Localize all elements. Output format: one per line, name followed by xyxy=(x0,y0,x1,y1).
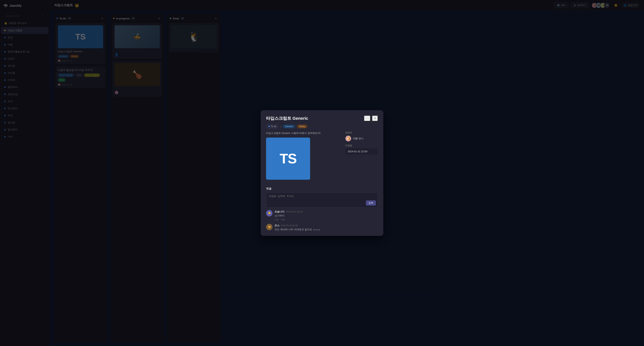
comment-input-wrap: 입력 xyxy=(266,192,378,208)
modal-description: 타입스크립트 Generic 사용에 대해서 공부해보자! xyxy=(266,131,342,135)
comment-input[interactable] xyxy=(268,194,376,204)
comment-time-2: 2024-01-05 04:49 xyxy=(281,224,298,227)
assignee-section: 담당자 🍞 식빵 언니 xyxy=(346,131,378,141)
comment-meta-2: 조스 2024-01-05 04:49 xyxy=(274,224,320,227)
modal-close-button[interactable]: ✕ xyxy=(372,115,378,121)
modal-more-options-button[interactable]: ⋯ xyxy=(364,115,370,121)
comment-label: 댓글 xyxy=(266,187,378,190)
assignee-avatar: 🍞 xyxy=(346,136,351,141)
comment-text-2: 저도 제네릭 너무 어려운것 같아요 ㅠㅠㅠ xyxy=(274,228,320,231)
todo-tag-dot xyxy=(268,126,270,127)
deadline-section: 마감일 2024-01-31 22:00 xyxy=(346,144,378,154)
modal-tag-generic[interactable]: Generic xyxy=(283,124,295,128)
comment-item-2: 🐱 조스 2024-01-05 04:49 저도 제네릭 너무 어려운것 같아요… xyxy=(266,224,378,232)
modal-body: 타입스크립트 Generic 사용에 대해서 공부해보자! TS 담당자 🍞 식… xyxy=(266,131,378,183)
modal-title: 타입스크립트 Generic xyxy=(266,115,308,121)
comment-content-2: 조스 2024-01-05 04:49 저도 제네릭 너무 어려운것 같아요 ㅠ… xyxy=(274,224,320,232)
deadline-label: 마감일 xyxy=(346,144,378,147)
modal-header: 타입스크립트 Generic ⋯ ✕ xyxy=(266,115,378,121)
modal-typescript-generic: 타입스크립트 Generic ⋯ ✕ To do | Generic Study… xyxy=(261,110,383,236)
comment-section: 댓글 입력 😄 조습니다 2024-01-07 05:18 신기 xyxy=(266,187,378,232)
modal-header-actions: ⋯ ✕ xyxy=(364,115,378,121)
comment-list: 😄 조습니다 2024-01-07 05:18 신기하지 수정 삭제 xyxy=(266,210,378,232)
comment-item-1: 😄 조습니다 2024-01-07 05:18 신기하지 수정 삭제 xyxy=(266,210,378,221)
comment-avatar-1: 😄 xyxy=(266,210,272,217)
modal-tag-study[interactable]: Study xyxy=(297,124,308,128)
tag-separator: | xyxy=(280,125,281,128)
modal-tags-row: To do | Generic Study xyxy=(266,124,378,129)
modal-overlay[interactable]: 타입스크립트 Generic ⋯ ✕ To do | Generic Study… xyxy=(0,0,644,346)
comment-author-2: 조스 xyxy=(274,224,280,227)
comment-meta-1: 조습니다 2024-01-07 05:18 xyxy=(274,210,303,213)
assignee-label: 담당자 xyxy=(346,131,378,134)
comment-delete-button-1[interactable]: 삭제 xyxy=(280,218,285,221)
modal-deadline-value: 2024-01-31 22:00 xyxy=(346,148,378,154)
modal-tag-todo[interactable]: To do xyxy=(266,124,279,129)
comment-time-1: 2024-01-07 05:18 xyxy=(286,211,303,213)
comment-avatar-2: 🐱 xyxy=(266,224,272,230)
comment-edit-button-1[interactable]: 수정 xyxy=(274,218,279,221)
modal-left: 타입스크립트 Generic 사용에 대해서 공부해보자! TS xyxy=(266,131,342,183)
comment-submit-button[interactable]: 입력 xyxy=(366,200,376,206)
modal-assignee: 🍞 식빵 언니 xyxy=(346,136,378,141)
comment-content-1: 조습니다 2024-01-07 05:18 신기하지 수정 삭제 xyxy=(274,210,303,221)
modal-right: 담당자 🍞 식빵 언니 마감일 2024-01-31 22:00 xyxy=(346,131,378,183)
comment-actions-1: 수정 삭제 xyxy=(274,218,303,221)
modal-ts-image: TS xyxy=(266,138,310,180)
comment-author-1: 조습니다 xyxy=(274,210,284,213)
comment-text-1: 신기하지 xyxy=(274,214,303,217)
ts-logo-text: TS xyxy=(280,151,296,166)
assignee-name: 식빵 언니 xyxy=(353,137,364,140)
